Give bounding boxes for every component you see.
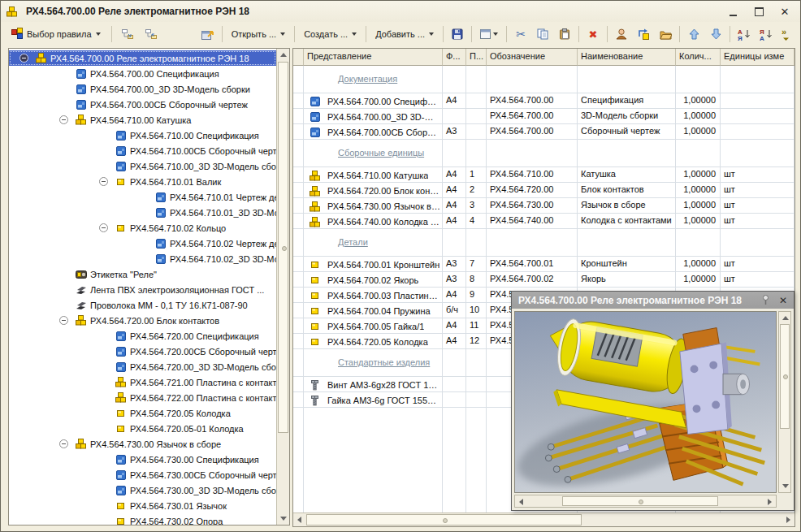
tree-item[interactable]: РХ4.564.700.00СБ Сборочный чертеж [9,97,276,112]
tree-item[interactable]: Лента ПВХ электроизоляционная ГОСТ ... [9,282,276,297]
3d-viewport[interactable] [514,311,777,493]
open-in-window-button[interactable] [197,24,219,44]
paste-button[interactable] [554,24,575,44]
tree-item[interactable]: РХ4.564.710.00 Катушка [9,112,276,128]
change-form-button[interactable] [475,24,503,44]
collapse-expander-icon[interactable] [59,439,68,448]
scroll-right-button[interactable] [782,513,795,526]
sort-desc-button[interactable]: ЯА [756,24,777,44]
tree-item[interactable]: РХ4.564.710.00_3D 3D-Модель сборки [9,158,276,174]
add-button[interactable]: Добавить ... [370,24,439,44]
scroll-down-button[interactable] [277,513,289,525]
table-hscrollbar[interactable] [293,513,795,526]
tree-item[interactable]: РХ4.564.730.02 Опора [9,513,276,525]
column-header[interactable]: Единицы изме [721,49,795,66]
column-header[interactable]: Обозначение [487,49,578,66]
tree-item[interactable]: РХ4.564.730.01 Язычок [9,498,276,513]
create-button[interactable]: Создать ... [298,24,362,44]
tree-item[interactable]: РХ4.564.710.01 Валик [9,174,276,189]
column-header[interactable]: Наименование [578,49,676,66]
titlebar[interactable]: РХ4.564.700.00 Реле электромагнитное РЭН… [1,1,800,22]
scroll-down-button[interactable] [779,480,791,492]
column-header[interactable]: П... [466,49,487,66]
rule-select-button[interactable]: Выбор правила [6,24,106,44]
column-header[interactable]: Представление [304,49,443,66]
preview-titlebar[interactable]: РХ4.564.700.00 Реле электромагнитное РЭН… [512,292,794,309]
table-row[interactable]: РХ4.564.700.00СБ Сборочный чертежА3РХ4.5… [293,124,795,140]
scroll-left-button[interactable] [515,495,527,508]
folder-button[interactable] [655,24,676,44]
scroll-up-button[interactable] [779,312,791,324]
table-row[interactable]: РХ4.564.700.00_3D 3D-Модель сборкиРХ4.56… [293,109,795,124]
tree-item[interactable]: Этикетка "Реле" [9,266,276,282]
preview-close-button[interactable]: ✕ [777,294,790,307]
tree-item[interactable]: РХ4.564.710.02 Кольцо [9,220,276,236]
section-link[interactable]: Детали [304,229,368,255]
sort-asc-button[interactable]: АЯ [734,24,755,44]
tree-scrollbar[interactable] [276,49,289,525]
table-row[interactable]: РХ4.564.720.00 Блок контактовА42РХ4.564.… [293,183,795,198]
pin-icon[interactable] [759,294,772,307]
column-header[interactable] [293,49,304,66]
tree-item[interactable]: РХ4.564.720.00 Блок контактов [9,313,276,328]
tree-item[interactable]: РХ4.564.722.00 Пластина с контактом [9,390,276,405]
tree-item[interactable]: РХ4.564.720.05-01 Колодка [9,421,276,436]
preview-hscrollbar[interactable] [514,495,777,508]
more-actions-button[interactable]: » [777,24,794,44]
tree-item[interactable]: Проволока ММ - 0,1 ТУ 16.К71-087-90 [9,297,276,313]
section-link[interactable]: Документация [304,66,397,92]
move-up-button[interactable] [683,24,704,44]
collapse-expander-icon[interactable] [99,177,108,186]
minimize-button[interactable] [722,3,743,19]
tree-item[interactable]: РХ4.564.710.01 Чертеж детали [9,189,276,205]
section-link[interactable]: Сборочные единицы [304,140,424,166]
maximize-button[interactable] [748,3,769,19]
table-row[interactable]: РХ4.564.700.02 ЯкорьА38РХ4.564.700.02Яко… [293,272,795,288]
tree-item[interactable]: РХ4.564.720.00СБ Сборочный чертеж [9,344,276,359]
collapse-expander-icon[interactable] [59,316,68,325]
table-row[interactable]: РХ4.564.730.00 Язычок в сбореА43РХ4.564.… [293,198,795,214]
section-link[interactable]: Стандартные изделия [304,349,430,375]
column-header[interactable]: Ф... [443,49,466,66]
scroll-up-button[interactable] [277,49,289,61]
table-row[interactable]: РХ4.564.740.00 Колодка с контактамиА44РХ… [293,214,795,229]
collapse-branches-button[interactable] [117,24,138,44]
close-button[interactable]: ✕ [774,3,795,19]
table-row[interactable]: РХ4.564.700.00 СпецификацияА4РХ4.564.700… [293,93,795,109]
expand-branches-button[interactable] [141,24,162,44]
scroll-right-button[interactable] [764,495,776,508]
tree-item[interactable]: РХ4.564.710.02 Чертеж детали [9,236,276,251]
tree-item[interactable]: РХ4.564.721.00 Пластина с контактом [9,374,276,390]
tree-item[interactable]: РХ4.564.700.00_3D 3D-Модель сборки [9,81,276,97]
table-row[interactable]: РХ4.564.700.01 КронштейнА37РХ4.564.700.0… [293,257,795,272]
scroll-left-button[interactable] [293,513,305,526]
tree-item[interactable]: РХ4.564.710.00СБ Сборочный чертеж [9,143,276,158]
scrollbar-thumb[interactable] [562,496,719,506]
cut-button[interactable]: ✂ [510,24,531,44]
tree-item[interactable]: РХ4.564.710.01_3D 3D-Модель детали [9,205,276,220]
tree-item[interactable]: РХ4.564.700.00 Реле электромагнитное РЭН… [9,50,276,66]
open-button[interactable]: Открыть ... [226,24,291,44]
tree-item[interactable]: РХ4.564.710.00 Спецификация [9,128,276,143]
copy-button[interactable] [532,24,553,44]
collapse-expander-icon[interactable] [99,223,108,232]
scrollbar-thumb[interactable] [780,324,790,429]
tree-item[interactable]: РХ4.564.730.00_3D 3D-Модель сборки [9,482,276,498]
save-button[interactable] [447,24,468,44]
tree-item[interactable]: РХ4.564.730.00 Спецификация [9,452,276,467]
table-row[interactable]: РХ4.564.710.00 КатушкаА41РХ4.564.710.00К… [293,167,795,183]
column-header[interactable]: Колич... [676,49,721,66]
scrollbar-thumb[interactable] [306,514,582,526]
tree-item[interactable]: РХ4.564.720.05 Колодка [9,405,276,421]
move-down-button[interactable] [705,24,726,44]
tree-item[interactable]: РХ4.564.730.00СБ Сборочный чертеж [9,467,276,482]
collapse-expander-icon[interactable] [59,115,68,124]
link-object-button[interactable] [633,24,654,44]
tree-item[interactable]: РХ4.564.720.00 Спецификация [9,328,276,344]
tree-item[interactable]: РХ4.564.700.00 Спецификация [9,66,276,81]
collapse-expander-icon[interactable] [19,54,28,63]
tree-item[interactable]: РХ4.564.710.02_3D 3D-Модель детали [9,251,276,266]
tree-item[interactable]: РХ4.564.720.00_3D 3D-Модель сборки [9,359,276,374]
scrollbar-thumb[interactable] [278,62,288,433]
delete-button[interactable]: ✖ [582,24,604,44]
